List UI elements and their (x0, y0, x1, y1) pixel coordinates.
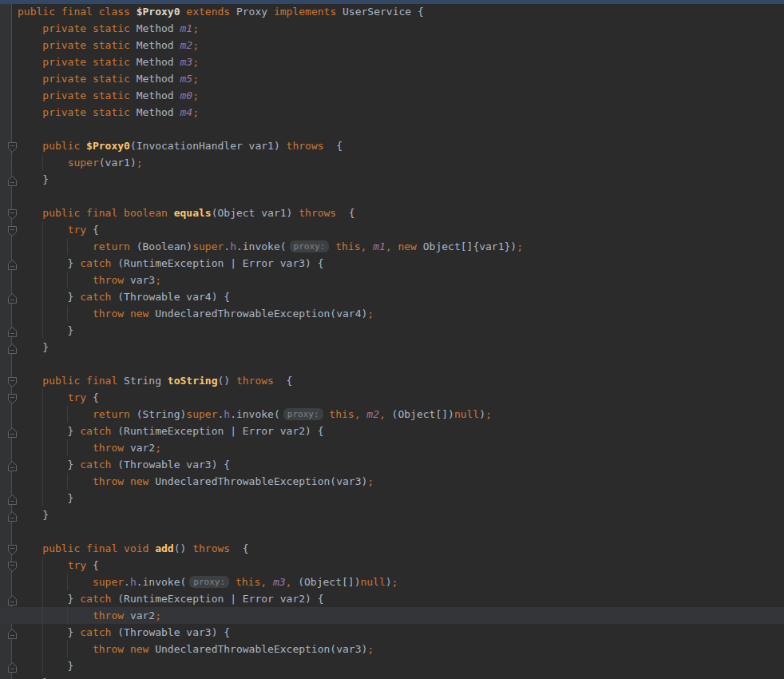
code-token: ; (367, 643, 374, 655)
code-token: UndeclaredThrowableException(var3) (148, 475, 367, 487)
code-token: catch (80, 257, 111, 269)
code-token: m1 (373, 240, 386, 252)
code-line: } catch (RuntimeException | Error var2) … (18, 423, 523, 439)
code-token: ; (192, 73, 199, 85)
code-token: ) (479, 408, 485, 420)
fold-marker-end-icon[interactable] (8, 459, 17, 470)
code-token: m0 (180, 89, 193, 101)
code-line: } (18, 322, 523, 339)
code-token: throw new (93, 475, 148, 487)
code-token: var2 (124, 442, 155, 454)
code-token: m3 (180, 56, 193, 68)
code-line: super.h.invoke(proxy: this, m3, (Object[… (18, 574, 523, 590)
fold-marker-end-icon[interactable] (8, 342, 17, 352)
code-token: throw (93, 274, 124, 286)
fold-marker-end-icon[interactable] (8, 510, 17, 520)
code-line: throw new UndeclaredThrowableException(v… (18, 473, 523, 490)
fold-marker-end-icon[interactable] (8, 258, 17, 268)
code-token: ; (517, 240, 523, 252)
code-token: } (18, 660, 73, 672)
code-token (366, 240, 373, 252)
code-token: var2 (124, 610, 155, 621)
fold-marker-end-icon[interactable] (8, 426, 17, 436)
fold-marker-start-icon[interactable] (8, 375, 17, 386)
code-line: throw new UndeclaredThrowableException(v… (18, 305, 523, 322)
code-token (267, 576, 273, 588)
code-area[interactable]: public final class $Proxy0 extends Proxy… (0, 3, 523, 679)
code-token: ; (192, 39, 199, 51)
code-token: private static (42, 56, 136, 68)
code-token (18, 56, 42, 68)
code-line: private static Method m2; (18, 37, 523, 54)
code-line: public final void add() throws { (18, 540, 523, 557)
code-line: throw var2; (18, 607, 523, 624)
code-token: , (386, 240, 392, 252)
code-token: super (186, 408, 217, 420)
code-token: UndeclaredThrowableException(var4) (148, 308, 367, 320)
code-token: } (18, 626, 80, 638)
fold-marker-start-icon[interactable] (8, 141, 17, 151)
code-token (18, 375, 42, 387)
code-token: Method (137, 39, 180, 51)
code-token: (RuntimeException | Error var3) { (111, 257, 323, 269)
fold-marker-end-icon[interactable] (8, 325, 17, 336)
fold-marker-end-icon[interactable] (8, 594, 17, 604)
code-token: } (18, 593, 80, 605)
fold-marker-end-icon[interactable] (8, 661, 17, 671)
code-token: } (18, 173, 49, 185)
code-token: equals (174, 207, 212, 219)
parameter-hint-inlay[interactable]: proxy: (283, 408, 323, 420)
fold-marker-start-icon[interactable] (8, 224, 17, 235)
code-line: private static Method m1; (18, 20, 523, 37)
fold-marker-end-icon[interactable] (8, 627, 17, 637)
code-token (18, 391, 68, 403)
code-token: private static (42, 89, 136, 101)
parameter-hint-inlay[interactable]: proxy: (189, 576, 229, 588)
code-line: private static Method m5; (18, 70, 523, 87)
fold-marker-end-icon[interactable] (8, 174, 17, 185)
code-token (18, 610, 93, 621)
code-token: } (18, 257, 80, 269)
code-token: Object[]{var1}) (417, 240, 517, 252)
window-top-border (0, 0, 784, 4)
fold-marker-start-icon[interactable] (8, 543, 17, 554)
code-line (18, 355, 523, 372)
code-token: ; (192, 89, 199, 101)
code-line: try { (18, 221, 523, 238)
code-token: catch (80, 459, 111, 471)
code-token: ; (392, 576, 398, 588)
code-token: ; (367, 308, 374, 320)
code-token: ; (155, 610, 161, 621)
code-token: null (454, 408, 479, 420)
code-token (18, 542, 42, 554)
code-token: null (360, 576, 385, 588)
code-token: toString (168, 375, 218, 387)
code-token (18, 106, 42, 118)
code-token: super (93, 576, 124, 588)
code-token: public final class (18, 6, 137, 18)
code-token: implements (267, 6, 343, 18)
fold-marker-start-icon[interactable] (8, 560, 17, 570)
code-line: } catch (Throwable var4) { (18, 288, 523, 305)
code-token: private static (42, 73, 136, 85)
code-token: h (130, 576, 137, 588)
code-token (18, 576, 93, 588)
code-token: m2 (180, 39, 193, 51)
parameter-hint-inlay[interactable]: proxy: (290, 240, 330, 252)
code-token: (Throwable var3) { (111, 459, 230, 471)
code-token: .invoke( (137, 576, 187, 588)
code-line: super(var1); (18, 154, 523, 171)
fold-marker-start-icon[interactable] (8, 208, 17, 218)
code-token: (Throwable var3) { (111, 626, 230, 638)
fold-marker-end-icon[interactable] (8, 493, 17, 503)
code-token: (InvocationHandler var1) (130, 140, 287, 152)
code-token: (Throwable var4) { (111, 291, 230, 303)
fold-marker-start-icon[interactable] (8, 392, 17, 403)
fold-marker-end-icon[interactable] (8, 292, 17, 302)
code-token (18, 39, 42, 51)
code-token (18, 442, 93, 454)
code-line: public final boolean equals(Object var1)… (18, 204, 523, 221)
code-token: (var1) (99, 157, 137, 169)
code-token: } (18, 492, 73, 504)
code-token: } (18, 459, 80, 471)
